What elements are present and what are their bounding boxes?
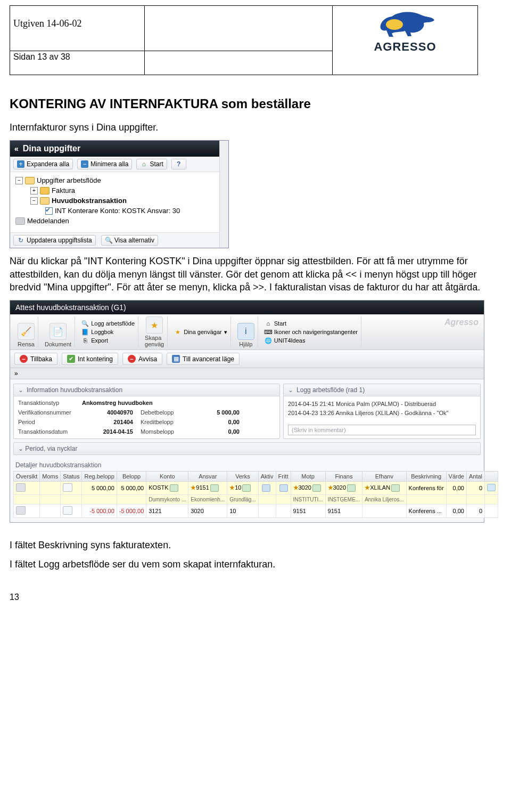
issued-text: Utgiven 14-06-02	[13, 18, 81, 29]
kredit-label: Kreditbelopp	[141, 419, 194, 425]
help-button[interactable]: ?	[171, 159, 186, 169]
info-panel: ⌄Information huvudbokstransaktion Transa…	[13, 384, 280, 439]
show-alternatives-button[interactable]: 🔍Visa alternativ	[101, 235, 158, 246]
plus-icon: +	[17, 160, 24, 168]
ribbon-skapa-genvag[interactable]: ★Skapa genväg	[142, 316, 168, 347]
start-button[interactable]: ⌂Start	[136, 159, 167, 169]
log-panel: ⌄Logg arbetsflöde (rad 1) 2014-04-15 21:…	[283, 384, 481, 439]
expand-icon[interactable]: +	[30, 187, 38, 194]
sidebar-toolbar: +Expandera alla −Minimera alla ⌂Start ?	[10, 157, 228, 172]
lookup-icon[interactable]	[347, 484, 356, 492]
collapse-icon[interactable]: −	[30, 197, 38, 205]
debet-value: 5 000,00	[194, 409, 247, 416]
period-value: 201404	[82, 419, 141, 425]
lookup-icon[interactable]	[170, 484, 178, 492]
ribbon-start-link[interactable]: ⌂Start	[265, 320, 358, 327]
minimize-all-button[interactable]: −Minimera alla	[77, 159, 132, 169]
expand-icon: »	[14, 370, 18, 377]
debet-label: Debetbelopp	[141, 409, 194, 416]
header-table: Utgiven 14-06-02 AGRESSO Sidan 13 av 38	[10, 5, 478, 75]
row-action-icon[interactable]	[487, 484, 496, 491]
int-kontering-button[interactable]: ✔Int kontering	[62, 353, 118, 365]
grid-row-1-sub: Dummykonto ... Ekonomienh... Grundläg...…	[14, 495, 498, 505]
ribbon-logg-arbetsflode[interactable]: 🔍Logg arbetsflöde	[81, 320, 135, 327]
grid-row-2[interactable]: -5 000,00 -5 000,00 3121 3020 10 9151 91…	[14, 505, 498, 518]
task-tree: −Uppgifter arbetsflöde +Faktura −Huvudbo…	[10, 172, 228, 233]
export-icon: ⎘	[81, 337, 89, 344]
lookup-icon[interactable]	[391, 484, 400, 492]
book-icon: 📘	[81, 328, 89, 336]
chevron-left-icon[interactable]: «	[14, 144, 19, 153]
lookup-icon[interactable]	[262, 484, 270, 492]
transdate-value: 2014-04-15	[82, 428, 141, 435]
ribbon-export[interactable]: ⎘Export	[81, 337, 135, 344]
avancerat-button[interactable]: ▦Till avancerat läge	[167, 353, 240, 365]
home-icon: ⌂	[265, 320, 272, 327]
log-line-1: 2014-04-15 21:41 Monica Palm (XPALMO) - …	[288, 400, 476, 409]
bull-icon	[373, 7, 437, 39]
ribbon-ikoner-link[interactable]: ⌨Ikoner och navigeringstangenter	[265, 328, 358, 336]
star-icon: ★	[293, 484, 299, 491]
home-icon: ⌂	[140, 160, 147, 168]
grid-icon: ▦	[172, 355, 180, 363]
brand-name: AGRESSO	[336, 40, 474, 54]
avvisa-button[interactable]: −Avvisa	[122, 353, 162, 365]
grid-row-1[interactable]: 5 000,00 5 000,00 KOSTK ★9151 ★10 ★3020 …	[14, 482, 498, 495]
scroll-thumb[interactable]	[221, 144, 227, 149]
tree-task-item[interactable]: INT Konterare Konto: KOSTK Ansvar: 30	[45, 206, 226, 216]
refresh-tasklist-button[interactable]: ↻Uppdatera uppgiftslista	[13, 235, 96, 246]
tree-meddelanden[interactable]: Meddelanden	[15, 216, 226, 226]
page-text: Sidan 13 av 38	[13, 52, 70, 61]
period-label: Period	[18, 419, 82, 425]
moms-value: 0,00	[194, 428, 247, 435]
star-icon: ★	[365, 484, 370, 491]
row-select-icon[interactable]	[16, 483, 26, 492]
ribbon-rensa[interactable]: 🧹Rensa	[14, 316, 38, 347]
expand-all-button[interactable]: +Expandera alla	[13, 159, 73, 169]
ribbon-hjalp[interactable]: iHjälp	[234, 316, 258, 347]
folder-open-icon	[40, 197, 50, 205]
collapse-icon[interactable]: ⌄	[18, 386, 23, 394]
tasks-sidebar: « Dina uppgifter +Expandera alla −Minime…	[10, 140, 229, 248]
tree-huvudbok[interactable]: −Huvudbokstransaktion	[30, 196, 226, 206]
collapse-icon: ⌄	[18, 445, 23, 452]
tree-root[interactable]: −Uppgifter arbetsflöde	[15, 175, 226, 185]
status-icon	[63, 483, 72, 492]
ribbon-unit4-link[interactable]: 🌐UNIT4Ideas	[265, 337, 358, 344]
action-bar: −Tillbaka ✔Int kontering −Avvisa ▦Till a…	[10, 350, 484, 368]
grid-header-row: Översikt Moms Status Reg.belopp Belopp K…	[14, 472, 498, 482]
tillbaka-button[interactable]: −Tillbaka	[14, 353, 57, 365]
ribbon-dina-genvagar[interactable]: ★Dina genvägar ▾	[174, 328, 227, 336]
kredit-value: 0,00	[194, 419, 247, 425]
sidebar-bottom-toolbar: ↻Uppdatera uppgiftslista 🔍Visa alternati…	[10, 233, 228, 248]
details-grid: Översikt Moms Status Reg.belopp Belopp K…	[13, 471, 498, 518]
log-entries: 2014-04-15 21:41 Monica Palm (XPALMO) - …	[288, 400, 476, 417]
collapse-icon[interactable]: −	[15, 177, 23, 184]
lookup-icon[interactable]	[279, 484, 288, 492]
comment-input[interactable]: (Skriv in kommentar)	[288, 425, 476, 435]
minus-icon: −	[81, 160, 88, 168]
vernr-value: 40040970	[82, 409, 141, 416]
help-icon: ?	[175, 160, 183, 168]
lookup-icon[interactable]	[210, 484, 219, 492]
lookup-icon[interactable]	[242, 484, 251, 492]
collapse-icon[interactable]: ⌄	[288, 386, 293, 394]
attest-window: Attest huvudbokstransaktion (G1) 🧹Rensa …	[10, 300, 484, 523]
moms-label: Momsbelopp	[141, 428, 194, 435]
row-select-icon[interactable]	[16, 506, 26, 515]
log-line-2: 2014-04-23 13:26 Annika Liljeros (XLILAN…	[288, 409, 476, 418]
vernr-label: Verifikationsnummer	[18, 409, 82, 416]
svg-point-0	[386, 19, 403, 30]
ribbon-loggbok[interactable]: 📘Loggbok	[81, 328, 135, 336]
lookup-icon[interactable]	[312, 484, 321, 492]
ribbon-dokument[interactable]: 📄Dokument	[42, 316, 75, 347]
period-subsection[interactable]: ⌄ Period, via nycklar	[13, 442, 481, 455]
tree-faktura[interactable]: +Faktura	[30, 185, 226, 196]
sidebar-title: Dina uppgifter	[23, 144, 80, 153]
search-icon: 🔍	[81, 320, 89, 327]
page-cell: Sidan 13 av 38	[10, 51, 145, 75]
reject-icon: −	[128, 355, 136, 363]
star-icon: ★	[191, 484, 196, 491]
issued-cell: Utgiven 14-06-02	[10, 6, 145, 51]
expand-strip[interactable]: »	[10, 368, 484, 379]
